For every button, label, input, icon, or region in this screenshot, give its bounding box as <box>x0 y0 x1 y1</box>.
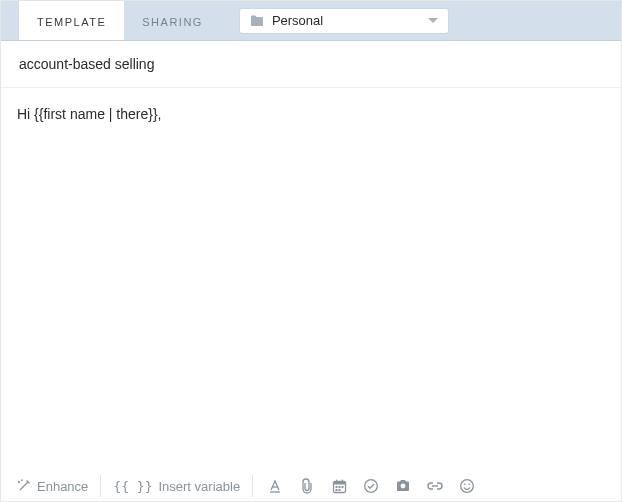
tab-bar: Template Sharing <box>1 1 221 40</box>
svg-rect-2 <box>336 479 337 482</box>
insert-variable-button[interactable]: {{ }} Insert variable <box>113 479 240 494</box>
braces-icon: {{ }} <box>113 479 152 494</box>
svg-rect-8 <box>338 489 340 491</box>
editor-header: Template Sharing Personal <box>1 1 621 41</box>
svg-rect-6 <box>341 486 343 488</box>
svg-rect-4 <box>335 486 337 488</box>
tab-sharing[interactable]: Sharing <box>124 1 221 40</box>
emoji-icon[interactable] <box>457 476 477 496</box>
svg-point-11 <box>461 480 474 493</box>
tab-label: Template <box>37 16 106 28</box>
folder-label: Personal <box>272 13 420 28</box>
chevron-down-icon <box>428 18 438 24</box>
svg-point-10 <box>401 484 406 489</box>
enhance-label: Enhance <box>37 479 88 494</box>
svg-rect-3 <box>341 479 342 482</box>
svg-rect-7 <box>335 489 337 491</box>
attachment-icon[interactable] <box>297 476 317 496</box>
toolbar-divider <box>100 475 101 497</box>
toolbar-divider <box>252 475 253 497</box>
body-text: Hi {{first name | there}}, <box>17 106 162 122</box>
camera-icon[interactable] <box>393 476 413 496</box>
format-icon-group <box>265 476 477 496</box>
link-icon[interactable] <box>425 476 445 496</box>
folder-icon <box>250 15 264 27</box>
enhance-button[interactable]: Enhance <box>17 479 88 494</box>
calendar-icon[interactable] <box>329 476 349 496</box>
insert-variable-label: Insert variable <box>158 479 240 494</box>
subject-input[interactable] <box>17 55 605 73</box>
tab-label: Sharing <box>142 16 203 28</box>
tab-template[interactable]: Template <box>19 1 124 40</box>
folder-select[interactable]: Personal <box>239 8 449 34</box>
editor-toolbar: Enhance {{ }} Insert variable <box>1 464 621 502</box>
svg-rect-1 <box>333 481 345 484</box>
body-editor[interactable]: Hi {{first name | there}}, <box>1 88 621 464</box>
check-circle-icon[interactable] <box>361 476 381 496</box>
text-format-icon[interactable] <box>265 476 285 496</box>
subject-row <box>1 41 621 88</box>
svg-point-9 <box>365 480 378 493</box>
svg-rect-5 <box>338 486 340 488</box>
magic-wand-icon <box>17 479 31 493</box>
svg-point-13 <box>469 484 471 486</box>
svg-point-12 <box>464 484 466 486</box>
